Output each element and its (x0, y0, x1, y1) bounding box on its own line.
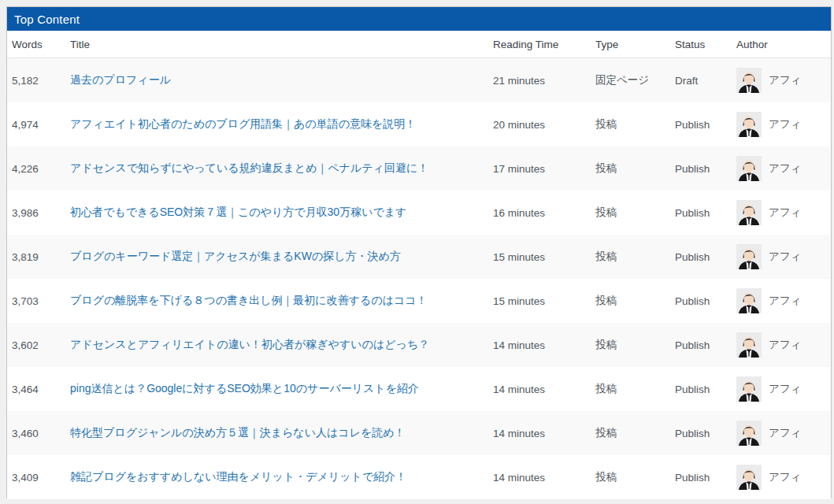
table-row: 4,226 アドセンスで知らずにやっている規約違反まとめ｜ペナルティ回避に！ 1… (7, 146, 831, 191)
reading-time: 17 minutes (493, 163, 595, 175)
table-row: 3,460 特化型ブログジャンルの決め方５選｜決まらない人はコレを読め！ 14 … (7, 411, 831, 455)
top-content-panel: Top Content Words Title Reading Time Typ… (6, 6, 832, 498)
author-name: アフィ (769, 250, 801, 264)
table-row: 3,602 アドセンスとアフィリエイトの違い！初心者が稼ぎやすいのはどっち？ 1… (7, 323, 831, 367)
author-avatar-icon (736, 244, 762, 269)
author-name: アフィ (769, 294, 801, 308)
title-cell: 初心者でもできるSEO対策７選｜このやり方で月収30万稼いでます (70, 206, 493, 220)
word-count: 3,986 (12, 207, 70, 219)
author-avatar-icon (736, 332, 762, 358)
author-avatar-icon (736, 376, 762, 402)
column-header-author: Author (736, 39, 826, 50)
post-status: Publish (675, 163, 736, 175)
post-type: 投稿 (595, 206, 675, 220)
reading-time: 15 minutes (493, 295, 595, 307)
panel-title: Top Content (14, 13, 80, 26)
table-row: 3,703 ブログの離脱率を下げる８つの書き出し例｜最初に改善するのはココ！ 1… (7, 279, 831, 323)
title-cell: アドセンスとアフィリエイトの違い！初心者が稼ぎやすいのはどっち？ (70, 338, 493, 352)
post-status: Publish (675, 384, 736, 395)
word-count: 3,460 (12, 428, 70, 439)
post-title-link[interactable]: 雑記ブログをおすすめしない理由をメリット・デメリットで紹介！ (70, 470, 406, 483)
reading-time: 16 minutes (493, 207, 595, 219)
post-title-link[interactable]: アドセンスで知らずにやっている規約違反まとめ｜ペナルティ回避に！ (70, 161, 428, 174)
post-status: Publish (675, 472, 736, 484)
post-title-link[interactable]: 過去のプロフィール (70, 73, 171, 86)
post-type: 投稿 (595, 426, 675, 440)
author-cell: アフィ (736, 68, 826, 93)
post-title-link[interactable]: アフィエイト初心者のためのブログ用語集｜あの単語の意味を説明！ (70, 117, 416, 130)
column-header-words: Words (12, 39, 70, 50)
author-name: アフィ (769, 382, 801, 396)
word-count: 3,602 (12, 339, 70, 351)
post-status: Publish (675, 295, 736, 307)
column-header-title: Title (70, 39, 493, 50)
table-row: 3,464 ping送信とは？Googleに対するSEO効果と10のサーバーリス… (7, 367, 831, 411)
author-name: アフィ (769, 117, 801, 132)
post-status: Draft (675, 75, 736, 87)
author-avatar-icon (736, 288, 762, 313)
reading-time: 20 minutes (493, 119, 595, 131)
word-count: 4,226 (12, 163, 70, 175)
post-title-link[interactable]: アドセンスとアフィリエイトの違い！初心者が稼ぎやすいのはどっち？ (70, 338, 429, 350)
author-cell: アフィ (736, 376, 826, 402)
author-cell: アフィ (736, 465, 826, 490)
word-count: 4,974 (12, 119, 70, 131)
post-type: 投稿 (595, 338, 675, 352)
post-type: 固定ページ (595, 73, 675, 87)
post-type: 投稿 (595, 250, 675, 264)
post-type: 投稿 (595, 161, 675, 176)
table-row: 4,974 アフィエイト初心者のためのブログ用語集｜あの単語の意味を説明！ 20… (7, 102, 831, 146)
post-status: Publish (675, 207, 736, 219)
column-header-type: Type (595, 39, 675, 50)
author-cell: アフィ (736, 244, 826, 269)
word-count: 3,464 (12, 384, 70, 395)
title-cell: ping送信とは？Googleに対するSEO効果と10のサーバーリストを紹介 (70, 382, 493, 396)
post-title-link[interactable]: ping送信とは？Googleに対するSEO効果と10のサーバーリストを紹介 (70, 382, 419, 395)
author-cell: アフィ (736, 332, 826, 358)
page-background: Top Content Words Title Reading Time Typ… (0, 0, 834, 504)
title-cell: 過去のプロフィール (70, 73, 493, 87)
word-count: 3,703 (12, 295, 70, 307)
reading-time: 15 minutes (493, 251, 595, 263)
reading-time: 14 minutes (493, 339, 595, 351)
post-title-link[interactable]: ブログのキーワード選定｜アクセスが集まるKWの探し方・決め方 (70, 250, 401, 262)
author-avatar-icon (736, 112, 762, 137)
author-name: アフィ (769, 161, 801, 176)
post-type: 投稿 (595, 117, 675, 132)
post-type: 投稿 (595, 382, 675, 396)
author-avatar-icon (736, 200, 762, 225)
post-status: Publish (675, 251, 736, 263)
author-cell: アフィ (736, 156, 826, 181)
post-title-link[interactable]: 初心者でもできるSEO対策７選｜このやり方で月収30万稼いでます (70, 206, 406, 218)
post-title-link[interactable]: ブログの離脱率を下げる８つの書き出し例｜最初に改善するのはココ！ (70, 294, 428, 306)
table-body: 5,182 過去のプロフィール 21 minutes 固定ページ Draft (7, 58, 831, 499)
author-cell: アフィ (736, 288, 826, 313)
author-avatar-icon (736, 465, 762, 490)
author-name: アフィ (769, 73, 801, 87)
reading-time: 14 minutes (493, 472, 595, 484)
panel-header: Top Content (7, 7, 831, 31)
reading-time: 14 minutes (493, 384, 595, 395)
author-name: アフィ (769, 206, 801, 220)
content-table: Words Title Reading Time Type Status Aut… (7, 31, 831, 499)
author-name: アフィ (769, 338, 801, 352)
table-row: 3,819 ブログのキーワード選定｜アクセスが集まるKWの探し方・決め方 15 … (7, 235, 831, 279)
author-name: アフィ (769, 470, 801, 484)
word-count: 5,182 (12, 75, 70, 87)
title-cell: 雑記ブログをおすすめしない理由をメリット・デメリットで紹介！ (70, 470, 493, 484)
column-header-status: Status (675, 39, 736, 50)
word-count: 3,819 (12, 251, 70, 263)
word-count: 3,409 (12, 472, 70, 484)
reading-time: 14 minutes (493, 428, 595, 439)
title-cell: 特化型ブログジャンルの決め方５選｜決まらない人はコレを読め！ (70, 426, 493, 440)
table-header-row: Words Title Reading Time Type Status Aut… (7, 31, 831, 58)
title-cell: ブログの離脱率を下げる８つの書き出し例｜最初に改善するのはココ！ (70, 294, 493, 308)
post-title-link[interactable]: 特化型ブログジャンルの決め方５選｜決まらない人はコレを読め！ (70, 426, 406, 439)
post-type: 投稿 (595, 294, 675, 308)
table-row: 5,182 過去のプロフィール 21 minutes 固定ページ Draft (7, 58, 831, 102)
author-avatar-icon (736, 421, 762, 446)
author-avatar-icon (736, 156, 762, 181)
author-name: アフィ (769, 426, 801, 440)
post-status: Publish (675, 428, 736, 439)
title-cell: アドセンスで知らずにやっている規約違反まとめ｜ペナルティ回避に！ (70, 161, 493, 176)
